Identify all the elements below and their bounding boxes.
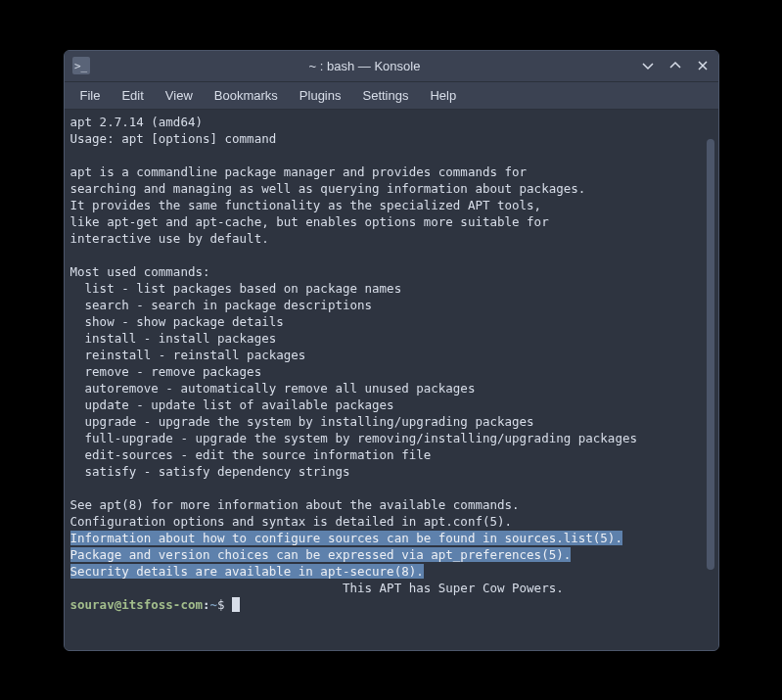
terminal-line: satisfy - satisfy dependency strings <box>70 464 350 479</box>
prompt-path: ~ <box>210 597 218 612</box>
menubar: File Edit View Bookmarks Plugins Setting… <box>65 82 718 110</box>
terminal-line: This APT has Super Cow Powers. <box>70 581 564 595</box>
terminal-line: Usage: apt [options] command <box>70 131 277 146</box>
terminal-line: upgrade - upgrade the system by installi… <box>70 414 534 429</box>
chevron-up-icon <box>668 59 682 72</box>
terminal-line: remove - remove packages <box>70 364 262 379</box>
menu-edit[interactable]: Edit <box>112 84 153 107</box>
terminal-line: edit-sources - edit the source informati… <box>70 447 432 462</box>
terminal-line: Configuration options and syntax is deta… <box>70 514 513 529</box>
scrollbar[interactable] <box>707 116 714 644</box>
scrollbar-thumb[interactable] <box>707 139 714 570</box>
terminal-area[interactable]: apt 2.7.14 (amd64) Usage: apt [options] … <box>65 110 718 650</box>
prompt-user-host: sourav@itsfoss-com <box>70 597 203 612</box>
menu-plugins[interactable]: Plugins <box>290 84 351 107</box>
terminal-line: list - list packages based on package na… <box>70 281 402 296</box>
titlebar[interactable]: >_ ~ : bash — Konsole <box>65 51 718 82</box>
cursor <box>232 597 240 612</box>
menu-help[interactable]: Help <box>420 84 466 107</box>
prompt-symbol: $ <box>217 597 232 612</box>
terminal-line: like apt-get and apt-cache, but enables … <box>70 214 549 229</box>
terminal-line: show - show package details <box>70 314 284 329</box>
terminal-line-selected: Security details are available in apt-se… <box>70 564 424 579</box>
terminal-line-selected: Information about how to configure sourc… <box>70 531 622 545</box>
chevron-down-icon <box>641 59 655 72</box>
konsole-window: >_ ~ : bash — Konsole File Edit View Boo… <box>64 50 719 651</box>
app-icon: >_ <box>72 57 90 74</box>
window-controls <box>640 58 711 73</box>
terminal-line: It provides the same functionality as th… <box>70 198 542 212</box>
window-title: ~ : bash — Konsole <box>90 59 640 73</box>
terminal-line: See apt(8) for more information about th… <box>70 497 520 512</box>
terminal-line: autoremove - automatically remove all un… <box>70 381 476 396</box>
terminal-line-selected: Package and version choices can be expre… <box>70 547 572 562</box>
terminal-line: install - install packages <box>70 331 277 346</box>
terminal-line: interactive use by default. <box>70 231 269 246</box>
minimize-button[interactable] <box>640 58 656 73</box>
terminal-line: Most used commands: <box>70 264 210 279</box>
terminal-line: apt is a commandline package manager and… <box>70 164 528 179</box>
terminal-line: search - search in package descriptions <box>70 298 373 312</box>
terminal-line: full-upgrade - upgrade the system by rem… <box>70 431 637 445</box>
menu-file[interactable]: File <box>70 84 111 107</box>
menu-view[interactable]: View <box>156 84 203 107</box>
terminal-output[interactable]: apt 2.7.14 (amd64) Usage: apt [options] … <box>65 110 707 650</box>
terminal-line: searching and managing as well as queryi… <box>70 181 586 196</box>
menu-settings[interactable]: Settings <box>352 84 418 107</box>
maximize-button[interactable] <box>667 58 683 73</box>
terminal-line: reinstall - reinstall packages <box>70 348 306 362</box>
terminal-line: apt 2.7.14 (amd64) <box>70 115 203 129</box>
terminal-line: update - update list of available packag… <box>70 397 394 412</box>
close-button[interactable] <box>695 58 711 73</box>
prompt-separator: : <box>203 597 210 612</box>
menu-bookmarks[interactable]: Bookmarks <box>205 84 288 107</box>
close-icon <box>696 59 710 72</box>
